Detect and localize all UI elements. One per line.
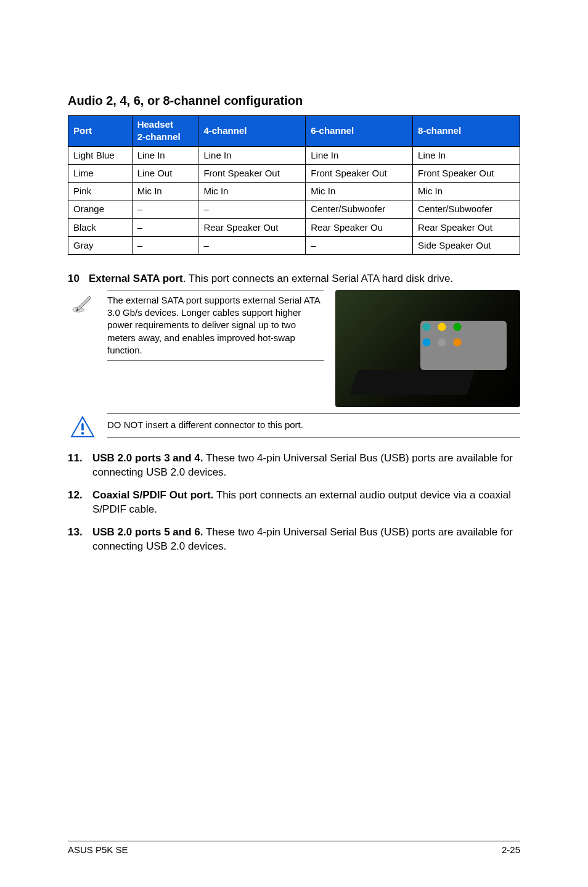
cell-4ch: Front Speaker Out [198,164,306,182]
table-row: Black – Rear Speaker Out Rear Speaker Ou… [68,218,520,236]
item-body: Coaxial S/PDIF Out port. This port conne… [92,489,520,517]
cell-2ch: – [132,200,198,218]
item-lead: External SATA port [89,273,183,284]
cell-8ch: Front Speaker Out [413,164,520,182]
cell-4ch: Mic In [198,183,306,200]
cell-port: Gray [68,236,133,254]
item-12: 12. Coaxial S/PDIF Out port. This port c… [68,489,520,517]
table-row: Light Blue Line In Line In Line In Line … [68,146,520,164]
item-13: 13. USB 2.0 ports 5 and 6. These two 4-p… [68,526,520,554]
th-port: Port [68,116,133,147]
table-row: Gray – – – Side Speaker Out [68,236,520,254]
table-row: Pink Mic In Mic In Mic In Mic In [68,183,520,200]
cell-6ch: Front Speaker Out [306,164,413,182]
item-body: External SATA port. This port connects a… [89,272,520,286]
audio-config-table: Port Headset 2-channel 4-channel 6-chann… [68,115,520,255]
svg-point-5 [81,432,84,434]
note-icon [68,290,97,361]
cell-6ch: Line In [306,146,413,164]
table-row: Lime Line Out Front Speaker Out Front Sp… [68,164,520,182]
cell-8ch: Line In [413,146,520,164]
th-4ch: 4-channel [198,116,306,147]
item-rest: . This port connects an external Serial … [183,273,453,284]
sata-note-text: The external SATA port supports external… [107,290,324,361]
cell-4ch: Rear Speaker Out [198,218,306,236]
page-footer: ASUS P5K SE 2-25 [68,841,520,856]
item-number: 13. [68,526,92,554]
sata-port-photo [335,290,520,407]
footer-right: 2-25 [502,844,520,856]
cell-2ch: – [132,236,198,254]
cell-8ch: Rear Speaker Out [413,218,520,236]
section-title: Audio 2, 4, 6, or 8-channel configuratio… [68,93,520,109]
item-number: 12. [68,489,92,517]
cell-port: Light Blue [68,146,133,164]
cell-4ch: Line In [198,146,306,164]
item-number: 11. [68,452,92,480]
th-8ch: 8-channel [413,116,520,147]
cell-6ch: Rear Speaker Ou [306,218,413,236]
item-11: 11. USB 2.0 ports 3 and 4. These two 4-p… [68,452,520,480]
svg-marker-1 [77,296,91,310]
item-lead: USB 2.0 ports 3 and 4. [92,452,203,464]
table-row: Orange – – Center/Subwoofer Center/Subwo… [68,200,520,218]
item-10: 10 External SATA port. This port connect… [68,272,520,286]
caution-icon [68,413,97,438]
item-lead: Coaxial S/PDIF Out port. [92,489,213,501]
cell-8ch: Side Speaker Out [413,236,520,254]
th-6ch: 6-channel [306,116,413,147]
item-number: 10 [68,272,89,286]
item-body: USB 2.0 ports 3 and 4. These two 4-pin U… [92,452,520,480]
cell-6ch: Mic In [306,183,413,200]
cell-port: Pink [68,183,133,200]
cell-8ch: Center/Subwoofer [413,200,520,218]
cell-port: Black [68,218,133,236]
caution-text: DO NOT insert a different connector to t… [107,413,520,438]
cell-6ch: Center/Subwoofer [306,200,413,218]
cell-port: Orange [68,200,133,218]
cell-2ch: Line Out [132,164,198,182]
cell-2ch: Line In [132,146,198,164]
footer-left: ASUS P5K SE [68,844,128,856]
warning-triangle-icon [70,416,95,438]
th-headset: Headset 2-channel [132,116,198,147]
th-headset-l2: 2-channel [137,131,194,143]
item-body: USB 2.0 ports 5 and 6. These two 4-pin U… [92,526,520,554]
cell-8ch: Mic In [413,183,520,200]
cell-port: Lime [68,164,133,182]
cell-4ch: – [198,200,306,218]
cell-2ch: Mic In [132,183,198,200]
svg-rect-4 [81,423,84,431]
cell-6ch: – [306,236,413,254]
cell-4ch: – [198,236,306,254]
pencil-note-icon [72,292,93,313]
th-headset-l1: Headset [137,118,194,131]
item-lead: USB 2.0 ports 5 and 6. [92,526,203,538]
cell-2ch: – [132,218,198,236]
